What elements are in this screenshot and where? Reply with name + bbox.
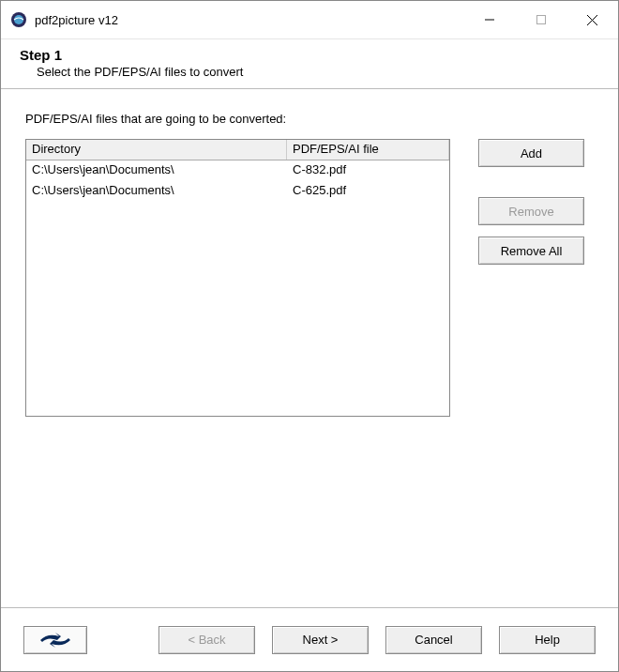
footer: < Back Next > Cancel Help [1, 607, 618, 671]
files-label: PDF/EPS/AI files that are going to be co… [25, 112, 594, 126]
logo-icon [23, 626, 87, 654]
svg-point-1 [14, 15, 23, 24]
cell-file: C-832.pdf [287, 160, 449, 181]
minimize-button[interactable] [463, 3, 515, 37]
close-button[interactable] [566, 3, 618, 37]
remove-button[interactable]: Remove [478, 197, 584, 225]
content-area: PDF/EPS/AI files that are going to be co… [1, 88, 618, 607]
column-directory[interactable]: Directory [26, 140, 287, 160]
next-button[interactable]: Next > [272, 626, 369, 654]
cell-file: C-625.pdf [287, 181, 449, 202]
maximize-button[interactable] [515, 3, 566, 37]
table-header: Directory PDF/EPS/AI file [26, 140, 449, 160]
back-button[interactable]: < Back [159, 626, 255, 654]
remove-all-button[interactable]: Remove All [478, 237, 584, 265]
svg-rect-3 [536, 16, 545, 24]
table-row[interactable]: C:\Users\jean\Documents\C-625.pdf [26, 181, 449, 202]
step-title: Step 1 [20, 47, 599, 63]
cell-directory: C:\Users\jean\Documents\ [26, 181, 287, 202]
app-icon [10, 11, 27, 28]
add-button[interactable]: Add [478, 139, 584, 167]
column-file[interactable]: PDF/EPS/AI file [287, 140, 449, 160]
help-button[interactable]: Help [499, 626, 596, 654]
step-subtitle: Select the PDF/EPS/AI files to convert [20, 63, 599, 79]
window-title: pdf2picture v12 [35, 13, 118, 27]
titlebar: pdf2picture v12 [1, 1, 618, 38]
table-row[interactable]: C:\Users\jean\Documents\C-832.pdf [26, 160, 449, 181]
cancel-button[interactable]: Cancel [385, 626, 482, 654]
files-table[interactable]: Directory PDF/EPS/AI file C:\Users\jean\… [25, 139, 450, 417]
step-header: Step 1 Select the PDF/EPS/AI files to co… [1, 39, 618, 88]
cell-directory: C:\Users\jean\Documents\ [26, 160, 287, 181]
